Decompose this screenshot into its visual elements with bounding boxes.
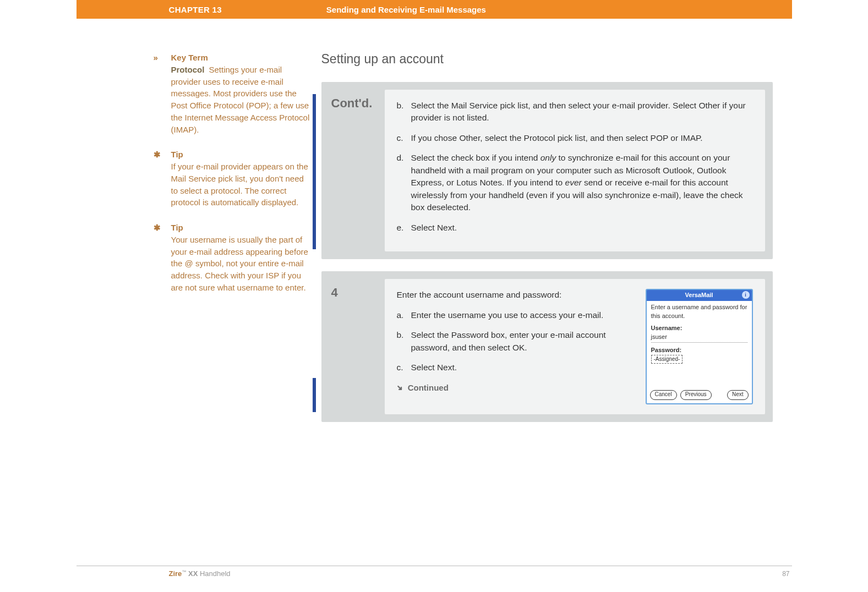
list-item: b. Select the Password box, enter your e… (397, 329, 635, 354)
next-button[interactable]: Next (727, 390, 749, 400)
item-letter: e. (397, 222, 407, 234)
step-card-4: 4 Enter the account username and passwor… (321, 271, 773, 422)
sidebar-tip-1: ✱ Tip If your e-mail provider appears on… (154, 149, 310, 209)
step4-intro: Enter the account username and password: (397, 289, 635, 301)
item-text: Enter the username you use to access you… (411, 309, 604, 321)
item-text: Select Next. (411, 222, 457, 234)
footer-product: Zire™ XX Handheld (169, 569, 231, 578)
item-letter: a. (397, 309, 407, 321)
list-item: c. If you chose Other, select the Protoc… (397, 132, 753, 144)
main-content: Setting up an account Cont'd. b. Select … (321, 52, 792, 434)
item-text: Select the Password box, enter your e-ma… (411, 329, 635, 354)
key-term-word: Protocol (171, 65, 205, 74)
versamail-prompt: Enter a username and password for this a… (651, 303, 747, 321)
item-text: Select the Mail Service pick list, and t… (411, 100, 753, 124)
sidebar: » Key Term Protocol Settings your e-mail… (154, 52, 321, 307)
page-footer: Zire™ XX Handheld 87 (77, 566, 792, 578)
sidebar-body: If your e-mail provider appears on the M… (171, 162, 308, 207)
item-letter: b. (397, 329, 407, 354)
item-text: Select the check box if you intend only … (411, 152, 753, 213)
list-item: b. Select the Mail Service pick list, an… (397, 100, 753, 124)
username-field[interactable]: jsuser (651, 333, 747, 343)
list-item: c. Select Next. (397, 361, 635, 374)
item-letter: c. (397, 132, 407, 144)
password-field[interactable]: -Assigned- (651, 355, 683, 364)
chapter-number: CHAPTER 13 (169, 5, 222, 14)
step-label-contd: Cont'd. (321, 90, 385, 251)
item-letter: d. (397, 152, 407, 213)
versamail-title: VersaMail (685, 292, 713, 298)
chapter-title: Sending and Receiving E-mail Messages (326, 5, 486, 14)
list-item: a. Enter the username you use to access … (397, 309, 635, 321)
versamail-screenshot: VersaMail i Enter a username and passwor… (646, 289, 753, 404)
item-letter: b. (397, 100, 407, 124)
page-number: 87 (782, 570, 789, 578)
cancel-button[interactable]: Cancel (650, 390, 677, 400)
info-icon[interactable]: i (742, 291, 750, 299)
asterisk-icon: ✱ (154, 149, 161, 161)
item-text: If you chose Other, select the Protocol … (411, 132, 703, 144)
sidebar-body: Settings your e-mail provider uses to re… (171, 65, 310, 134)
sidebar-label: Tip (171, 223, 183, 232)
sidebar-tip-2: ✱ Tip Your username is usually the part … (154, 222, 310, 294)
arrow-down-right-icon: ➜ (394, 381, 406, 394)
username-label: Username: (651, 324, 747, 333)
versamail-titlebar: VersaMail i (647, 290, 752, 301)
continued-indicator: ➜ Continued (397, 382, 635, 394)
blue-edge-bar (313, 94, 316, 249)
list-item: d. Select the check box if you intend on… (397, 152, 753, 213)
step-card-contd: Cont'd. b. Select the Mail Service pick … (321, 82, 773, 259)
sidebar-label: Tip (171, 150, 183, 159)
list-item: e. Select Next. (397, 222, 753, 234)
sidebar-key-term: » Key Term Protocol Settings your e-mail… (154, 52, 310, 135)
blue-edge-bar (313, 378, 316, 412)
item-text: Select Next. (411, 361, 457, 374)
step-number-4: 4 (321, 279, 385, 414)
asterisk-icon: ✱ (154, 222, 161, 234)
previous-button[interactable]: Previous (680, 390, 712, 400)
section-title: Setting up an account (321, 52, 781, 67)
sidebar-body: Your username is usually the part of you… (171, 235, 308, 292)
password-label: Password: (651, 346, 747, 355)
sidebar-label: Key Term (171, 53, 208, 62)
item-letter: c. (397, 361, 407, 374)
chapter-header: CHAPTER 13 Sending and Receiving E-mail … (77, 0, 792, 19)
chevron-icon: » (154, 52, 158, 64)
